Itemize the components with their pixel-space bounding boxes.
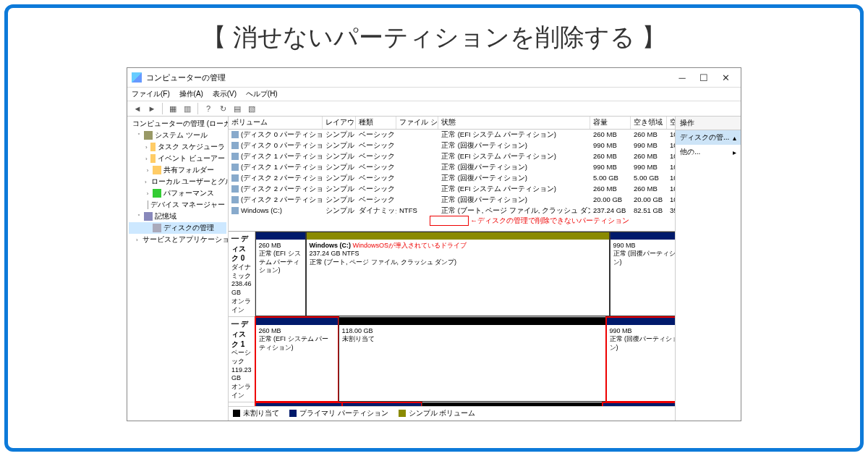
col-volume[interactable]: ボリューム	[229, 117, 323, 129]
partition[interactable]: 20.00 GB正常 (回復パーティション)	[603, 402, 675, 406]
tree-local-users[interactable]: ›ローカル ユーザーとグループ	[129, 176, 226, 187]
actions-other[interactable]: 他の...▸	[676, 145, 741, 159]
app-icon	[132, 72, 142, 83]
tree-device-manager[interactable]: デバイス マネージャー	[129, 199, 226, 211]
disk-info[interactable]: ━ ディスク 1ベーシック119.23 GBオンライン	[229, 317, 255, 402]
tree-storage[interactable]: ˅記憶域	[129, 211, 226, 222]
partition[interactable]: 990 MB正常 (回復パーティション)	[606, 317, 675, 402]
volume-header: ボリューム レイアウト 種類 ファイル システム 状態 容量 空き領域 空き領域…	[229, 117, 675, 130]
tree-services-apps[interactable]: ›サービスとアプリケーション	[129, 234, 226, 245]
toolbar: ◄ ► ▦ ▥ ? ↻ ▤ ▧	[127, 101, 741, 117]
col-type[interactable]: 種類	[356, 117, 396, 129]
arrow-icon: ←	[470, 216, 477, 224]
chevron-right-icon: ▸	[733, 148, 736, 156]
col-free[interactable]: 空き領域	[631, 117, 667, 129]
partition[interactable]: 260 MB正常 (EFI システム パーティション)	[255, 317, 339, 402]
partition[interactable]: 260 MB正常 (EFI システム パーティション)	[255, 232, 306, 316]
disk-row: ━ ディスク 2ベーシック119.12 GBオンライン5.00 GB正常 (回復…	[229, 402, 675, 406]
close-button[interactable]: ✕	[715, 70, 736, 85]
partition[interactable]: 118.00 GB未割り当て	[339, 317, 606, 402]
legend: 未割り当て プライマリ パーティション シンプル ボリューム	[229, 406, 675, 421]
disk-info[interactable]: ━ ディスク 0ダイナミック238.46 GBオンライン	[229, 232, 255, 316]
volume-row[interactable]: (ディスク 0 パーティション 5)シンプルベーシック正常 (回復パーティション…	[229, 140, 675, 151]
menu-help[interactable]: ヘルプ(H)	[246, 90, 278, 98]
toolbar-icon[interactable]: ▦	[167, 103, 179, 114]
tree-disk-management[interactable]: ディスクの管理	[129, 222, 226, 234]
volume-list: (ディスク 0 パーティション 1)シンプルベーシック正常 (EFI システム …	[229, 130, 675, 216]
disk-graphical-view: ━ ディスク 0ダイナミック238.46 GBオンライン260 MB正常 (EF…	[229, 231, 675, 406]
minimize-button[interactable]: ─	[671, 70, 693, 85]
toolbar-icon[interactable]: ▥	[182, 103, 193, 114]
col-free-pct[interactable]: 空き領域の割合	[667, 117, 676, 129]
page-title: 【 消せないパーティションを削除する 】	[22, 21, 846, 54]
col-fs[interactable]: ファイル システム	[396, 117, 438, 129]
volume-row[interactable]: (ディスク 2 パーティション 1)シンプルベーシック正常 (回復パーティション…	[229, 173, 675, 184]
col-capacity[interactable]: 容量	[590, 117, 631, 129]
legend-unallocated: 未割り当て	[233, 409, 279, 418]
disk-bar: 5.00 GB正常 (回復パーティション)260 MB正常 (EFI システム …	[255, 402, 675, 406]
col-status[interactable]: 状態	[438, 117, 590, 129]
volume-row[interactable]: (ディスク 0 パーティション 1)シンプルベーシック正常 (EFI システム …	[229, 130, 675, 140]
volume-annotation: ← ディスクの管理で削除できないパーティション	[229, 216, 675, 231]
highlight-box	[430, 216, 469, 226]
actions-disk-mgmt[interactable]: ディスクの管...▴	[676, 130, 741, 145]
disk-row: ━ ディスク 0ダイナミック238.46 GBオンライン260 MB正常 (EF…	[229, 232, 675, 317]
partition[interactable]: 260 MB正常 (EFI システム パー	[342, 402, 422, 406]
tree-task-scheduler[interactable]: ›タスク スケジューラ	[129, 141, 226, 153]
mmc-window: コンピューターの管理 ─ ☐ ✕ ファイル(F) 操作(A) 表示(V) ヘルプ…	[127, 67, 741, 421]
disk-bar: 260 MB正常 (EFI システム パーティション)118.00 GB未割り当…	[255, 317, 675, 402]
menu-view[interactable]: 表示(V)	[213, 90, 237, 98]
tree-event-viewer[interactable]: ›イベント ビューアー	[129, 153, 226, 164]
volume-row[interactable]: (ディスク 1 パーティション 1)シンプルベーシック正常 (EFI システム …	[229, 151, 675, 162]
disk-bar: 260 MB正常 (EFI システム パーティション)Windows (C:) …	[255, 232, 675, 316]
collapse-icon: ▴	[733, 134, 736, 142]
disk-row: ━ ディスク 1ベーシック119.23 GBオンライン260 MB正常 (EFI…	[229, 317, 675, 402]
volume-row[interactable]: (ディスク 2 パーティション 5)シンプルベーシック正常 (回復パーティション…	[229, 195, 675, 206]
tree-system-tools[interactable]: ˅システム ツール	[129, 130, 226, 141]
nav-tree: コンピューターの管理 (ローカル) ˅システム ツール ›タスク スケジューラ …	[127, 117, 229, 421]
volume-row[interactable]: Windows (C:)シンプルダイナミックNTFS正常 (ブート, ページ フ…	[229, 206, 675, 216]
refresh-icon[interactable]: ↻	[217, 103, 229, 114]
col-layout[interactable]: レイアウト	[323, 117, 356, 129]
center-pane: ボリューム レイアウト 種類 ファイル システム 状態 容量 空き領域 空き領域…	[229, 117, 676, 421]
partition[interactable]: 990 MB正常 (回復パーティション)	[610, 232, 675, 316]
actions-pane: 操作 ディスクの管...▴ 他の...▸	[676, 117, 741, 421]
legend-primary: プライマリ パーティション	[289, 409, 388, 418]
tree-root[interactable]: コンピューターの管理 (ローカル)	[129, 118, 226, 130]
back-icon[interactable]: ◄	[132, 103, 143, 114]
forward-icon[interactable]: ►	[146, 103, 158, 114]
help-icon[interactable]: ?	[203, 103, 214, 114]
menubar: ファイル(F) 操作(A) 表示(V) ヘルプ(H)	[127, 88, 741, 101]
menu-file[interactable]: ファイル(F)	[132, 90, 170, 98]
toolbar-icon[interactable]: ▧	[246, 103, 258, 114]
legend-simple-volume: シンプル ボリューム	[399, 409, 476, 418]
tree-shared-folders[interactable]: ›共有フォルダー	[129, 164, 226, 176]
partition[interactable]: 5.00 GB正常 (回復パーティション)	[255, 402, 342, 406]
actions-header: 操作	[676, 117, 741, 130]
menu-action[interactable]: 操作(A)	[179, 90, 203, 98]
window-title: コンピューターの管理	[146, 72, 671, 83]
titlebar: コンピューターの管理 ─ ☐ ✕	[127, 68, 741, 88]
maximize-button[interactable]: ☐	[693, 70, 715, 85]
volume-row[interactable]: (ディスク 2 パーティション 2)シンプルベーシック正常 (EFI システム …	[229, 184, 675, 195]
volume-row[interactable]: (ディスク 1 パーティション 4)シンプルベーシック正常 (回復パーティション…	[229, 162, 675, 173]
tree-performance[interactable]: ›パフォーマンス	[129, 187, 226, 199]
partition[interactable]: 93.86 GB未割り当て	[422, 402, 603, 406]
annotation-text: ディスクの管理で削除できないパーティション	[477, 216, 629, 226]
toolbar-icon[interactable]: ▤	[231, 103, 243, 114]
partition[interactable]: Windows (C:) WindowsOSが導入されているドライブ237.24…	[306, 232, 610, 316]
